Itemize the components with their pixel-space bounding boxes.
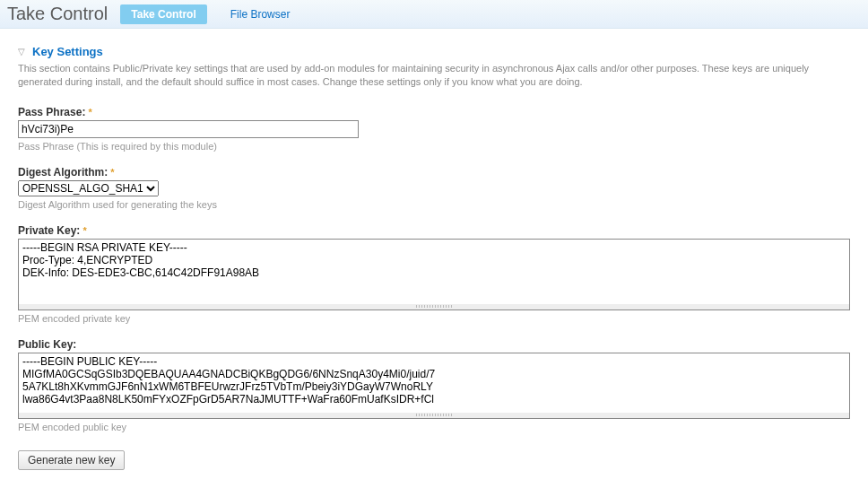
section-header[interactable]: ▽ Key Settings: [18, 45, 850, 58]
pass-phrase-input[interactable]: [18, 120, 359, 138]
digest-label: Digest Algorithm:: [18, 166, 108, 179]
section-title: Key Settings: [32, 45, 103, 58]
resize-handle[interactable]: [19, 304, 849, 310]
required-marker: *: [88, 107, 91, 118]
required-marker: *: [110, 167, 114, 178]
public-key-textarea[interactable]: -----BEGIN PUBLIC KEY----- MIGfMA0GCSqGS…: [19, 353, 849, 411]
public-key-label: Public Key:: [18, 338, 76, 351]
private-key-label: Private Key:: [18, 224, 80, 237]
required-marker: *: [82, 225, 86, 236]
resize-handle[interactable]: [19, 413, 849, 418]
field-digest: Digest Algorithm: * OPENSSL_ALGO_SHA1 Di…: [18, 166, 850, 210]
tab-take-control[interactable]: Take Control: [120, 4, 206, 24]
field-pass-phrase: Pass Phrase: * Pass Phrase (This is requ…: [18, 106, 850, 152]
digest-select[interactable]: OPENSSL_ALGO_SHA1: [18, 180, 159, 196]
section-description: This section contains Public/Private key…: [18, 62, 850, 90]
field-private-key: Private Key: * -----BEGIN RSA PRIVATE KE…: [18, 224, 850, 324]
collapse-icon: ▽: [18, 47, 25, 57]
content: ▽ Key Settings This section contains Pub…: [0, 29, 868, 486]
pass-phrase-label: Pass Phrase:: [18, 106, 85, 118]
generate-key-button[interactable]: Generate new key: [18, 450, 125, 470]
private-key-hint: PEM encoded private key: [18, 313, 850, 324]
tab-file-browser[interactable]: File Browser: [220, 4, 301, 24]
private-key-textarea[interactable]: -----BEGIN RSA PRIVATE KEY----- Proc-Typ…: [19, 240, 849, 302]
field-public-key: Public Key: -----BEGIN PUBLIC KEY----- M…: [18, 338, 850, 432]
public-key-hint: PEM encoded public key: [18, 422, 850, 432]
header-bar: Take Control Take Control File Browser: [0, 0, 868, 29]
pass-phrase-hint: Pass Phrase (This is required by this mo…: [18, 141, 850, 152]
digest-hint: Digest Algorithm used for generating the…: [18, 199, 850, 210]
page-title: Take Control: [7, 4, 108, 24]
